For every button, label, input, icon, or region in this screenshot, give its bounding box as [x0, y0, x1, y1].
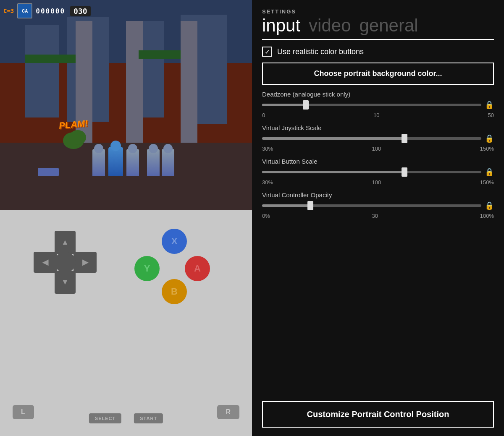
enemy-char-2 — [126, 149, 139, 176]
joystick-scale-track — [262, 137, 481, 140]
checkbox-row: ✓ Use realistic color buttons — [262, 47, 494, 57]
button-scale-track-wrap — [262, 168, 481, 176]
deadzone-track-wrap — [262, 101, 481, 109]
button-b[interactable]: B — [162, 279, 187, 304]
opacity-slider-section: Virtual Controller Opacity 🔒 0% 30 100% — [262, 191, 494, 219]
enemy-char-3 — [147, 149, 160, 176]
button-scale-mid: 100 — [372, 179, 381, 185]
dpad[interactable]: ▲ ▼ ◀ ▶ — [34, 231, 97, 294]
joystick-scale-min: 30% — [262, 146, 273, 152]
customize-portrait-button[interactable]: Customize Portrait Control Position — [262, 401, 494, 428]
button-scale-label: Virtual Button Scale — [262, 158, 494, 165]
dpad-left-arrow: ◀ — [42, 258, 48, 267]
joystick-scale-fill — [262, 137, 404, 140]
tab-input[interactable]: input — [262, 16, 300, 36]
dpad-right-button[interactable]: ▶ — [74, 252, 97, 273]
hero-icon: CA — [17, 3, 32, 18]
button-select[interactable]: SELECT — [89, 413, 121, 423]
hero-char — [108, 147, 123, 176]
dpad-down-button[interactable]: ▼ — [55, 271, 76, 294]
settings-section-label: SETTINGS — [262, 8, 494, 15]
joystick-scale-label: Virtual Joystick Scale — [262, 124, 494, 131]
deadzone-thumb[interactable] — [303, 100, 309, 110]
button-a[interactable]: A — [185, 256, 210, 281]
left-panel: PLAM! C=3 CA 000000 030 ▲ ▼ ◀ — [0, 0, 252, 436]
fallen-character — [38, 168, 59, 176]
button-scale-min: 30% — [262, 179, 273, 185]
pillar-2 — [126, 21, 143, 143]
awning-1 — [25, 55, 76, 63]
button-x[interactable]: X — [162, 229, 187, 254]
portrait-bg-button[interactable]: Choose portrait background color... — [262, 63, 494, 85]
button-scale-max: 150% — [480, 179, 494, 185]
joystick-scale-scale: 30% 100 150% — [262, 146, 494, 152]
deadzone-scale-mid: 10 — [373, 112, 379, 118]
joystick-scale-mid: 100 — [372, 146, 381, 152]
plant-2 — [69, 130, 86, 145]
joystick-scale-thumb[interactable] — [402, 134, 407, 143]
dpad-up-arrow: ▲ — [61, 238, 69, 247]
opacity-track-wrap — [262, 202, 481, 209]
button-y[interactable]: Y — [134, 256, 160, 281]
joystick-scale-max: 150% — [480, 146, 494, 152]
opacity-track-row: 🔒 — [262, 201, 494, 210]
button-scale-thumb[interactable] — [402, 167, 407, 177]
opacity-fill — [262, 204, 310, 207]
joystick-scale-slider-section: Virtual Joystick Scale 🔒 30% 100 150% — [262, 124, 494, 152]
button-scale-track-row: 🔒 — [262, 167, 494, 177]
score-display: 000000 — [36, 7, 65, 15]
checkmark-icon: ✓ — [265, 48, 270, 56]
game-screen: PLAM! C=3 CA 000000 030 — [0, 0, 252, 210]
button-scale-slider-section: Virtual Button Scale 🔒 30% 100 150% — [262, 158, 494, 185]
action-buttons: X Y A B — [134, 229, 210, 304]
button-scale-track — [262, 171, 481, 173]
char-group-2 — [147, 149, 174, 176]
joystick-scale-track-wrap — [262, 135, 481, 142]
dpad-down-arrow: ▼ — [61, 278, 69, 287]
pillar-3 — [181, 21, 197, 143]
game-hud: C=3 CA 000000 030 — [3, 3, 91, 18]
button-l[interactable]: L — [13, 405, 34, 419]
deadzone-fill — [262, 104, 306, 106]
building-1 — [25, 25, 59, 117]
awning-2 — [139, 50, 181, 59]
settings-tabs: input video general — [262, 16, 494, 40]
opacity-thumb[interactable] — [307, 201, 313, 210]
button-scale-lock-icon: 🔒 — [485, 167, 494, 177]
deadzone-track-row: 🔒 — [262, 100, 494, 110]
opacity-scale-mid: 30 — [372, 213, 378, 219]
deadzone-scale: 0 10 50 — [262, 112, 494, 118]
lives-number: 030 — [70, 6, 91, 16]
dpad-right-arrow: ▶ — [82, 258, 88, 267]
button-start[interactable]: START — [134, 413, 163, 423]
button-scale-scale: 30% 100 150% — [262, 179, 494, 185]
deadzone-scale-max: 50 — [488, 112, 494, 118]
dpad-center — [55, 252, 76, 273]
tab-video[interactable]: video — [309, 16, 351, 36]
opacity-lock-icon: 🔒 — [485, 201, 494, 210]
opacity-label: Virtual Controller Opacity — [262, 191, 494, 198]
deadzone-lock-icon: 🔒 — [485, 100, 494, 110]
dpad-container: ▲ ▼ ◀ ▶ — [34, 231, 97, 294]
lives-counter: C=3 — [3, 8, 14, 14]
center-buttons: SELECT START — [89, 413, 163, 423]
button-scale-fill — [262, 171, 404, 173]
deadzone-label: Deadzone (analogue stick only) — [262, 91, 494, 98]
char-group — [92, 147, 139, 176]
dpad-left-button[interactable]: ◀ — [34, 252, 57, 273]
opacity-scale: 0% 30 100% — [262, 213, 494, 219]
joystick-scale-lock-icon: 🔒 — [485, 134, 494, 143]
checkbox-label: Use realistic color buttons — [277, 47, 364, 56]
dpad-up-button[interactable]: ▲ — [55, 231, 76, 254]
opacity-scale-max: 100% — [480, 213, 494, 219]
opacity-scale-min: 0% — [262, 213, 270, 219]
tab-general[interactable]: general — [359, 16, 418, 36]
enemy-char-1 — [92, 149, 105, 176]
opacity-track — [262, 204, 481, 207]
deadzone-scale-min: 0 — [262, 112, 265, 118]
enemy-char-4 — [162, 149, 174, 176]
right-panel: SETTINGS input video general ✓ Use reali… — [252, 0, 504, 436]
button-r[interactable]: R — [217, 405, 239, 419]
controller-area: ▲ ▼ ◀ ▶ X Y A B L R — [0, 210, 252, 436]
realistic-color-checkbox[interactable]: ✓ — [262, 47, 272, 57]
